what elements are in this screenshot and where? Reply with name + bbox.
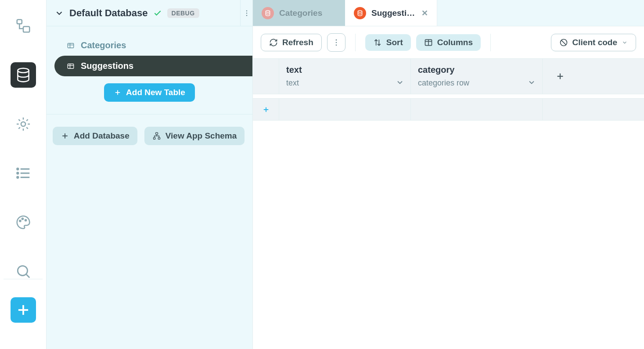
plus-icon: [555, 71, 565, 81]
add-database-button[interactable]: Add Database: [53, 127, 137, 145]
table-toolbar: Refresh Sort Columns Client code: [253, 26, 644, 59]
svg-point-17: [246, 10, 247, 11]
nav-theme[interactable]: [11, 210, 36, 235]
chevron-down-icon: [622, 39, 628, 46]
chevron-down-icon[interactable]: [54, 8, 64, 18]
sort-label: Sort: [386, 38, 403, 47]
more-options-button[interactable]: [327, 33, 345, 52]
nav-add[interactable]: [11, 297, 36, 323]
tab-suggestions[interactable]: Suggestions ✕: [345, 0, 437, 26]
panel-actions: Add Database View App Schema: [47, 114, 252, 157]
column-header-category[interactable]: category categories row: [411, 59, 543, 94]
add-row: [253, 99, 644, 121]
database-title: Default Database: [69, 7, 148, 19]
close-icon[interactable]: ✕: [421, 8, 428, 18]
rail-separator: [4, 279, 43, 279]
nav-settings[interactable]: [11, 111, 36, 137]
svg-rect-31: [153, 137, 155, 139]
tab-label: Categories: [279, 8, 336, 18]
plus-icon: [262, 106, 270, 114]
chevron-down-icon[interactable]: [396, 78, 404, 87]
tab-categories[interactable]: Categories: [253, 0, 345, 26]
nav-rail: [0, 0, 47, 349]
svg-rect-1: [23, 27, 29, 32]
view-schema-button[interactable]: View App Schema: [144, 127, 245, 145]
data-grid: text text category categories row: [253, 59, 644, 349]
nav-search[interactable]: [11, 259, 36, 284]
empty-cell[interactable]: [411, 99, 543, 120]
sitemap-icon: [152, 132, 161, 140]
empty-cell: [543, 99, 578, 120]
column-type: text: [286, 78, 403, 88]
svg-rect-30: [155, 133, 158, 135]
panel-header: Default Database DEBUG: [47, 0, 252, 26]
main-area: Categories Suggestions ✕ Refresh Sort: [253, 0, 644, 349]
database-round-icon: [262, 7, 274, 19]
svg-point-10: [19, 220, 21, 221]
add-column-button[interactable]: [543, 59, 578, 94]
table-row-categories[interactable]: Categories: [54, 35, 252, 56]
add-table-button[interactable]: Add New Table: [104, 83, 195, 102]
sort-icon: [373, 38, 382, 47]
chevron-down-icon[interactable]: [527, 78, 536, 87]
svg-rect-23: [68, 64, 74, 68]
panel-more-button[interactable]: [240, 0, 252, 26]
ban-icon: [559, 38, 568, 47]
column-name: category: [418, 65, 535, 75]
nav-tree[interactable]: [11, 13, 36, 39]
refresh-label: Refresh: [282, 38, 313, 47]
search-icon: [15, 263, 32, 280]
grid-header: text text category categories row: [253, 59, 644, 94]
column-name: text: [286, 65, 403, 75]
table-row-suggestions[interactable]: Suggestions: [54, 56, 252, 76]
sort-button[interactable]: Sort: [365, 34, 411, 51]
list-icon: [15, 165, 32, 182]
kebab-icon: [243, 9, 251, 17]
svg-point-18: [246, 12, 247, 13]
add-database-label: Add Database: [74, 131, 130, 141]
database-icon: [15, 67, 32, 83]
columns-icon: [424, 38, 433, 47]
table-row-label: Categories: [81, 40, 126, 50]
tables-panel: Default Database DEBUG Categories Sugges…: [47, 0, 253, 349]
nav-database[interactable]: [11, 62, 36, 88]
mode-select[interactable]: Client code: [551, 34, 636, 51]
add-row-button[interactable]: [253, 99, 279, 120]
svg-point-2: [18, 68, 29, 73]
database-round-icon: [354, 7, 366, 19]
refresh-icon: [269, 38, 278, 47]
plus-icon: [61, 132, 69, 140]
columns-label: Columns: [437, 38, 473, 47]
svg-point-8: [17, 177, 18, 178]
svg-point-11: [22, 218, 23, 220]
tab-label: Suggestions: [371, 8, 416, 18]
add-table-label: Add New Table: [126, 88, 185, 97]
plus-icon: [114, 89, 122, 96]
column-header-text[interactable]: text text: [279, 59, 411, 94]
svg-point-37: [335, 44, 337, 46]
svg-point-13: [18, 266, 27, 275]
nav-list[interactable]: [11, 160, 36, 186]
svg-point-35: [335, 39, 337, 40]
tabs-strip: Categories Suggestions ✕: [253, 0, 644, 26]
empty-cell[interactable]: [279, 99, 411, 120]
toolbar-divider: [490, 34, 491, 51]
gear-icon: [15, 116, 32, 132]
svg-point-36: [335, 42, 337, 43]
plus-icon: [15, 302, 32, 318]
refresh-button[interactable]: Refresh: [261, 34, 322, 51]
svg-rect-0: [17, 20, 22, 24]
row-handle-header: [253, 59, 279, 94]
svg-point-3: [21, 122, 25, 126]
debug-badge: DEBUG: [167, 8, 199, 18]
column-type: categories row: [418, 78, 535, 88]
svg-line-42: [561, 40, 566, 45]
svg-point-19: [246, 15, 247, 16]
table-icon: [67, 62, 75, 70]
table-icon: [67, 42, 75, 50]
view-schema-label: View App Schema: [165, 131, 237, 141]
tree-icon: [15, 18, 32, 34]
svg-point-12: [25, 220, 26, 221]
columns-button[interactable]: Columns: [416, 34, 481, 51]
svg-point-4: [17, 168, 18, 170]
